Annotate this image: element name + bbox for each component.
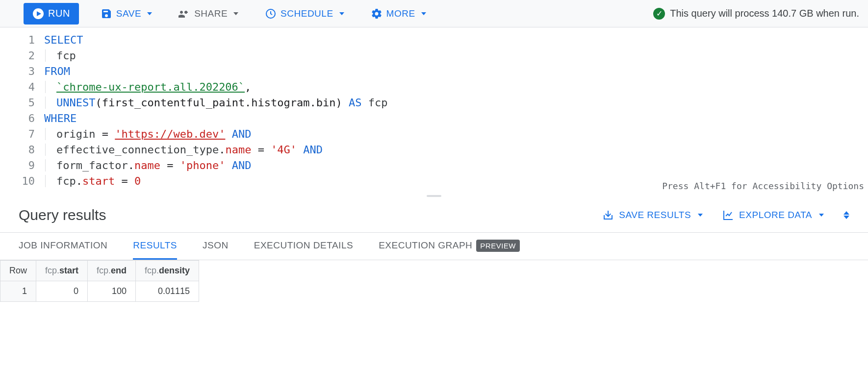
tab-results[interactable]: RESULTS: [133, 233, 177, 260]
gear-icon: [371, 8, 383, 20]
save-results-button[interactable]: SAVE RESULTS: [602, 209, 703, 221]
check-circle-icon: ✓: [653, 8, 665, 20]
caret-down-icon: [421, 12, 426, 15]
explore-data-label: EXPLORE DATA: [739, 210, 812, 220]
tab-execution-graph-label: EXECUTION GRAPH: [379, 240, 472, 251]
cell-row-index: 1: [0, 281, 36, 302]
explore-data-button[interactable]: EXPLORE DATA: [722, 209, 824, 221]
clock-icon: [265, 8, 277, 20]
caret-down-icon: [698, 214, 703, 217]
download-icon: [602, 209, 614, 221]
save-results-label: SAVE RESULTS: [619, 210, 691, 220]
run-label: RUN: [48, 8, 70, 19]
col-fcp-start: fcp.start: [36, 261, 88, 281]
expand-collapse-button[interactable]: [843, 211, 849, 219]
tab-execution-graph[interactable]: EXECUTION GRAPH PREVIEW: [379, 233, 520, 260]
results-title: Query results: [19, 207, 602, 223]
col-fcp-end: fcp.end: [88, 261, 136, 281]
preview-badge: PREVIEW: [476, 240, 520, 252]
share-button[interactable]: SHARE: [174, 5, 243, 23]
tab-job-information[interactable]: JOB INFORMATION: [19, 233, 107, 260]
line-gutter: 12345 678910: [0, 27, 44, 194]
query-toolbar: RUN SAVE SHARE SCHEDULE MORE ✓ This quer…: [0, 0, 868, 27]
more-label: MORE: [386, 8, 415, 19]
cell-fcp-start: 0: [36, 281, 88, 302]
run-button[interactable]: RUN: [24, 3, 79, 24]
results-tabs: JOB INFORMATION RESULTS JSON EXECUTION D…: [0, 233, 868, 260]
col-fcp-density: fcp.density: [136, 261, 199, 281]
results-table: Row fcp.start fcp.end fcp.density 1 0 10…: [0, 260, 199, 302]
share-icon: [179, 8, 190, 20]
schedule-label: SCHEDULE: [281, 8, 333, 19]
table-header-row: Row fcp.start fcp.end fcp.density: [0, 261, 199, 281]
save-icon: [101, 8, 112, 20]
save-label: SAVE: [116, 8, 141, 19]
accessibility-hint: Press Alt+F1 for Accessibility Options: [662, 178, 864, 194]
caret-down-icon: [339, 12, 344, 15]
chart-icon: [722, 209, 734, 221]
results-header: Query results SAVE RESULTS EXPLORE DATA: [0, 198, 868, 233]
cell-fcp-density: 0.01115: [136, 281, 199, 302]
table-row[interactable]: 1 0 100 0.01115: [0, 281, 199, 302]
play-icon: [32, 8, 44, 20]
query-status: ✓ This query will process 140.7 GB when …: [653, 8, 863, 20]
more-button[interactable]: MORE: [366, 5, 431, 23]
tab-execution-details[interactable]: EXECUTION DETAILS: [254, 233, 353, 260]
caret-down-icon: [147, 12, 152, 15]
tab-json[interactable]: JSON: [203, 233, 229, 260]
resize-handle[interactable]: [0, 194, 868, 198]
code-area[interactable]: SELECT fcp FROM `chrome-ux-report.all.20…: [44, 27, 868, 194]
col-row: Row: [0, 261, 36, 281]
caret-down-icon: [233, 12, 238, 15]
save-button[interactable]: SAVE: [96, 5, 157, 23]
cell-fcp-end: 100: [88, 281, 136, 302]
share-label: SHARE: [194, 8, 228, 19]
caret-down-icon: [819, 214, 824, 217]
sql-editor[interactable]: 12345 678910 SELECT fcp FROM `chrome-ux-…: [0, 27, 868, 194]
status-text: This query will process 140.7 GB when ru…: [670, 8, 859, 19]
schedule-button[interactable]: SCHEDULE: [260, 5, 349, 23]
